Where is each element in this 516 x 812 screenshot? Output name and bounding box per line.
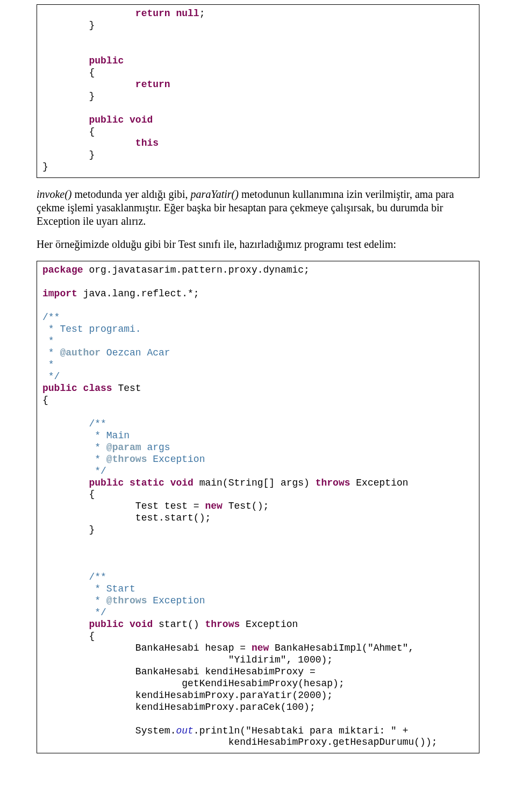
text: { <box>42 489 95 500</box>
text: BankaHesabiImpl( <box>269 643 368 653</box>
javadoc: */ <box>42 607 106 618</box>
prose-paragraph-1: invoke() metodunda yer aldığı gibi, para… <box>37 188 479 228</box>
javadoc-tag-param: @param <box>106 442 141 453</box>
javadoc: * Main <box>42 430 130 441</box>
text: , <box>408 643 414 653</box>
kw-public-class: public class <box>42 383 112 394</box>
text: BankaHesabi hesap = <box>42 643 252 653</box>
text: start() <box>153 619 205 630</box>
text: { <box>42 395 48 405</box>
text <box>42 654 228 665</box>
javadoc: * <box>42 442 106 453</box>
kw-import: import <box>42 288 77 299</box>
kw-new: new <box>252 643 269 653</box>
string-literal: "Yildirim" <box>228 654 286 665</box>
text: kendiHesabimProxy.paraCek(100); <box>42 702 316 713</box>
prose-paragraph-2: Her örneğimizde olduğu gibi bir Test sın… <box>37 238 479 251</box>
javadoc: Exception <box>147 595 205 606</box>
javadoc: /** <box>42 312 60 323</box>
text: .println( <box>194 725 246 736</box>
text: org.javatasarim.pattern.proxy.dynamic; <box>83 265 310 275</box>
text: { <box>42 126 95 137</box>
kw-new: new <box>205 501 222 511</box>
italic-term: paraYatir() <box>191 188 239 200</box>
javadoc: * <box>42 336 60 346</box>
kw-public-void: public void <box>89 115 153 125</box>
text: { <box>42 631 95 642</box>
javadoc: Exception <box>147 454 205 465</box>
text: metodunda yer aldığı gibi, <box>72 188 191 200</box>
text: ; <box>199 8 205 19</box>
text: java.lang.reflect.*; <box>77 288 199 299</box>
italic-term: invoke() <box>37 188 72 200</box>
text: } <box>42 91 95 102</box>
text: } <box>42 149 95 160</box>
javadoc: */ <box>42 466 106 476</box>
javadoc: * <box>42 359 54 370</box>
text: } <box>42 20 95 31</box>
kw-return: return <box>135 79 170 90</box>
text: Exception <box>240 619 298 630</box>
text: kendiHesabimProxy.getHesapDurumu()); <box>42 737 438 747</box>
text: , 1000); <box>286 654 333 665</box>
javadoc: * Test programi. <box>42 324 141 334</box>
javadoc-tag-throws: @throws <box>106 595 147 606</box>
javadoc: /** <box>42 572 106 582</box>
javadoc: Oezcan Acar <box>101 347 170 358</box>
javadoc: * <box>42 595 106 606</box>
code-block-1: return null; } public { return } public … <box>37 4 479 178</box>
text: Test(); <box>223 501 269 511</box>
code-block-2: package org.javatasarim.pattern.proxy.dy… <box>37 261 479 753</box>
text: test.start(); <box>42 512 211 523</box>
javadoc: * Start <box>42 583 135 594</box>
text <box>42 103 89 113</box>
text: main(String[] args) <box>194 478 316 488</box>
text <box>42 548 89 559</box>
text: + <box>397 725 414 736</box>
text: Test <box>112 383 141 394</box>
javadoc: args <box>141 442 170 453</box>
text <box>42 714 135 724</box>
text: } <box>42 524 95 535</box>
javadoc: * <box>42 347 60 358</box>
javadoc: * <box>42 454 106 465</box>
kw-throws: throws <box>316 478 350 488</box>
kw-throws: throws <box>205 619 240 630</box>
kw-return: return null <box>135 8 199 19</box>
text: System. <box>42 725 176 736</box>
prose-section: invoke() metodunda yer aldığı gibi, para… <box>37 188 479 251</box>
text: getKendiHesabimProxy(hesap); <box>42 678 345 689</box>
text: Exception <box>350 478 408 488</box>
kw-public-static-void: public static void <box>89 478 193 488</box>
kw-public-void: public void <box>89 619 153 630</box>
text: kendiHesabimProxy.paraYatir(2000); <box>42 690 333 701</box>
string-literal: "Hesabtaki para miktari: " <box>246 725 397 736</box>
kw-this: this <box>135 138 159 148</box>
kw-package: package <box>42 265 83 275</box>
string-literal: "Ahmet" <box>368 643 408 653</box>
kw-public: public <box>89 55 124 66</box>
javadoc: /** <box>42 418 106 429</box>
static-member-out: out <box>176 725 193 736</box>
text: { <box>42 67 95 78</box>
javadoc-tag-throws: @throws <box>106 454 147 465</box>
text: BankaHesabi kendiHesabimProxy = <box>42 666 321 677</box>
text: } <box>42 161 48 172</box>
javadoc-tag-author: @author <box>60 347 101 358</box>
javadoc: */ <box>42 371 60 382</box>
text: Test test = <box>42 501 205 511</box>
